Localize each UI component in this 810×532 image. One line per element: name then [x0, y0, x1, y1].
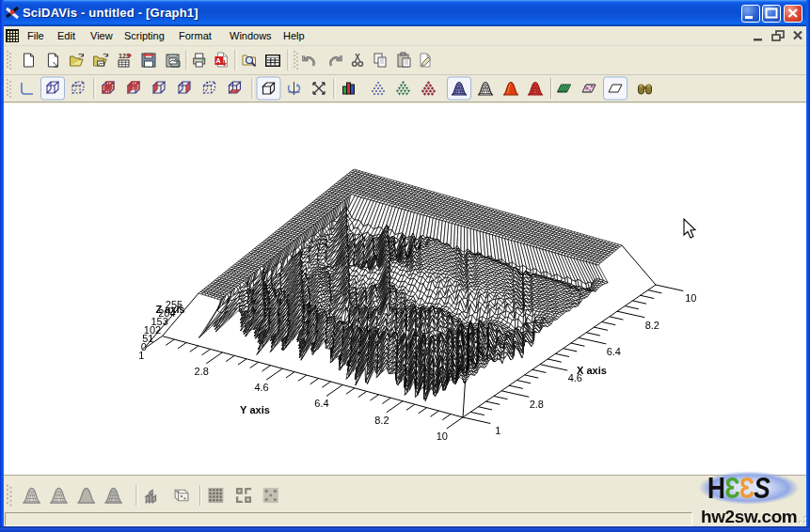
svg-text:A: A [215, 57, 220, 64]
